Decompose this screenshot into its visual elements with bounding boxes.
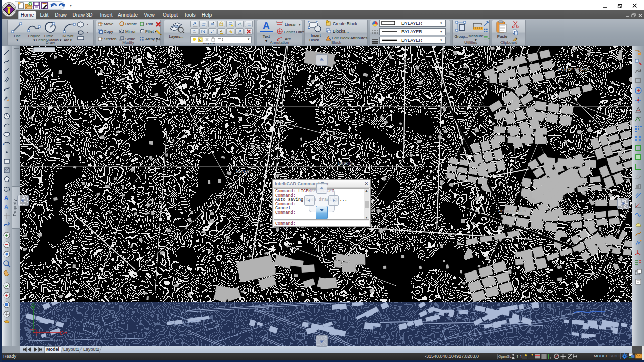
- svg-text:LA NIMA: LA NIMA: [236, 170, 251, 173]
- svg-text:ROSALD JUOLIN: ROSALD JUOLIN: [498, 209, 526, 213]
- svg-text:MERCIDI: MERCIDI: [338, 162, 353, 165]
- svg-text:A: A: [4, 195, 8, 201]
- svg-text:1:1: 1:1: [516, 354, 522, 359]
- svg-text:SANTE TERSE: SANTE TERSE: [557, 67, 589, 72]
- svg-text:▾: ▾: [87, 23, 88, 26]
- svg-text:▾: ▾: [87, 31, 88, 34]
- svg-text:A: A: [4, 204, 8, 210]
